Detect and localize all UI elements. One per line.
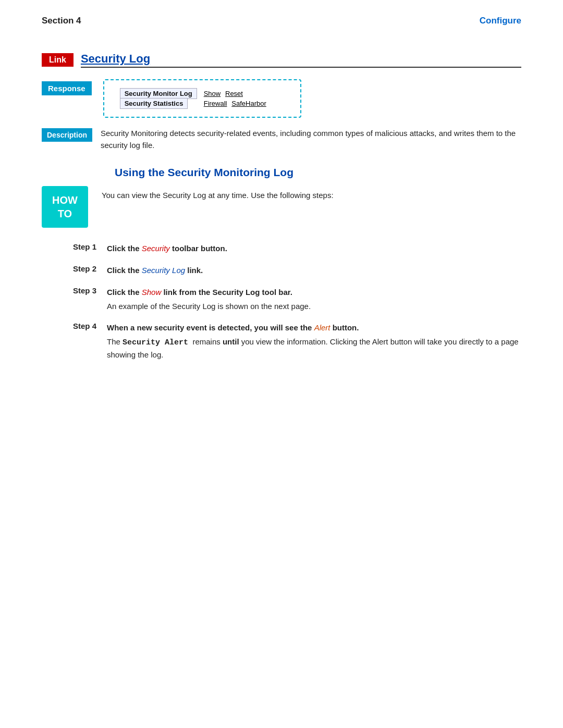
safeharbor-link[interactable]: SafeHarbor: [231, 100, 266, 107]
subsection-title: Using the Security Monitoring Log: [115, 166, 521, 179]
howto-text: You can view the Security Log at any tim…: [102, 186, 334, 202]
configure-label: Configure: [480, 16, 521, 26]
step-1-label: Step 1: [73, 242, 107, 251]
menu-row-2: Security Statistics Firewall SafeHarbor: [120, 98, 271, 108]
show-link[interactable]: Show: [204, 90, 221, 97]
howto-line2: TO: [58, 208, 72, 219]
firewall-link[interactable]: Firewall: [204, 100, 227, 107]
description-row: Description Security Monitoring detects …: [42, 127, 521, 152]
steps-section: Step 1 Click the Security toolbar button…: [73, 242, 521, 361]
howto-row: HOW TO You can view the Security Log at …: [42, 186, 521, 228]
step-2-label: Step 2: [73, 264, 107, 273]
page-title: Security Log: [81, 52, 521, 68]
menu-table: Security Monitor Log Show Reset Security…: [120, 89, 271, 108]
response-dashed-box: Security Monitor Log Show Reset Security…: [103, 79, 301, 118]
step-4-content: When a new security event is detected, y…: [107, 322, 521, 361]
howto-badge: HOW TO: [42, 186, 88, 228]
menu-item-security-statistics: Security Statistics: [120, 98, 188, 109]
step-3-sub: An example of the Security Log is shown …: [107, 300, 311, 312]
step-4-label: Step 4: [73, 322, 107, 330]
howto-line1: HOW: [52, 194, 78, 206]
description-badge: Description: [42, 128, 92, 142]
step-3-row: Step 3 Click the Show link from the Secu…: [73, 286, 521, 312]
reset-link[interactable]: Reset: [225, 90, 243, 97]
page-header: Section 4 Configure: [42, 16, 521, 26]
menu-item-security-monitor-log: Security Monitor Log: [120, 88, 197, 99]
step-1-row: Step 1 Click the Security toolbar button…: [73, 242, 521, 255]
menu-links-1: Show Reset: [201, 89, 271, 98]
step-2-content: Click the Security Log link.: [107, 264, 203, 277]
section-label: Section 4: [42, 16, 81, 26]
step-4-sub: The Security Alert remains until you vie…: [107, 336, 521, 361]
step-1-content: Click the Security toolbar button.: [107, 242, 227, 255]
menu-links-2: Firewall SafeHarbor: [201, 98, 271, 108]
step4-highlight: Alert: [314, 323, 331, 332]
step-3-content: Click the Show link from the Security Lo…: [107, 286, 311, 312]
title-line-wrap: Security Log: [81, 52, 521, 68]
response-row: Response Security Monitor Log Show Reset…: [42, 79, 521, 118]
description-text: Security Monitoring detects security-rel…: [101, 127, 521, 152]
link-badge: Link: [42, 53, 74, 67]
step1-highlight: Security: [142, 244, 170, 253]
link-title-row: Link Security Log: [42, 52, 521, 68]
step-4-row: Step 4 When a new security event is dete…: [73, 322, 521, 361]
response-badge: Response: [42, 81, 92, 95]
menu-row-1: Security Monitor Log Show Reset: [120, 89, 271, 98]
step-2-row: Step 2 Click the Security Log link.: [73, 264, 521, 277]
step3-highlight: Show: [142, 288, 162, 297]
step2-highlight: Security Log: [142, 266, 185, 275]
step-3-label: Step 3: [73, 286, 107, 295]
